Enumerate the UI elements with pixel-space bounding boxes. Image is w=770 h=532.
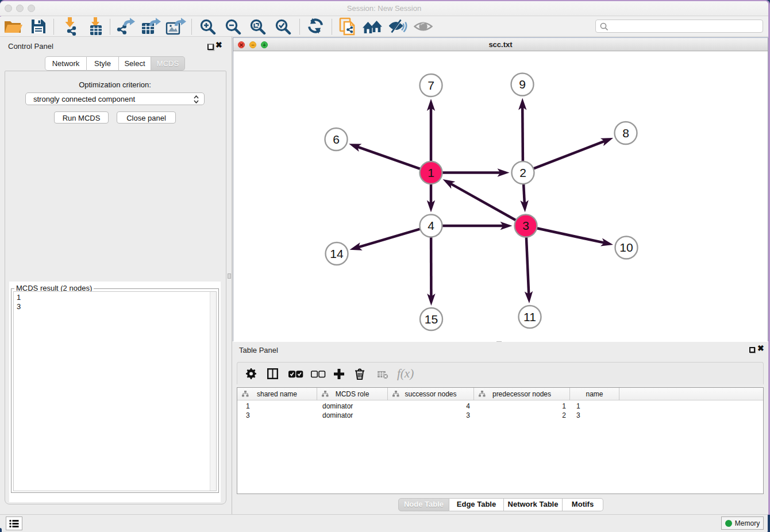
svg-text:2: 2 bbox=[519, 166, 526, 179]
svg-text:7: 7 bbox=[428, 79, 434, 92]
svg-text:4: 4 bbox=[428, 219, 434, 232]
svg-text:6: 6 bbox=[333, 133, 340, 146]
svg-text:10: 10 bbox=[619, 241, 633, 254]
svg-text:11: 11 bbox=[523, 310, 536, 323]
svg-text:9: 9 bbox=[519, 78, 526, 91]
svg-text:3: 3 bbox=[522, 219, 529, 232]
svg-text:14: 14 bbox=[330, 247, 344, 260]
svg-text:8: 8 bbox=[622, 126, 629, 140]
svg-text:1: 1 bbox=[428, 166, 434, 179]
svg-text:15: 15 bbox=[425, 313, 438, 326]
